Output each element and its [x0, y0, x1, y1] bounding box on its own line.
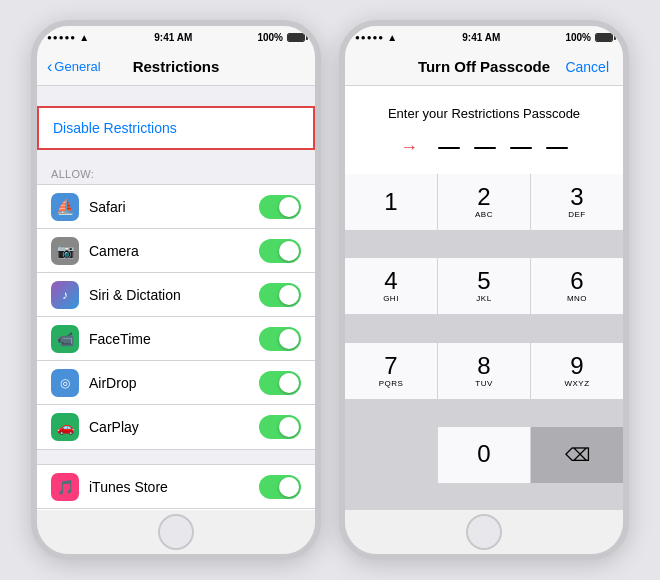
- digit-9: 9: [570, 354, 583, 378]
- itunes-label: iTunes Store: [89, 479, 259, 495]
- status-bar-2: ●●●●● ▲ 9:41 AM 100%: [345, 26, 623, 48]
- passcode-dots-row: →: [345, 133, 623, 174]
- home-button-1[interactable]: [158, 514, 194, 550]
- list-item-itunes[interactable]: 🎵 iTunes Store: [37, 465, 315, 509]
- list-item-safari[interactable]: ⛵ Safari: [37, 185, 315, 229]
- passcode-nav: Turn Off Passcode Cancel: [345, 48, 623, 86]
- airdrop-icon-glyph: ◎: [60, 376, 70, 390]
- content-area-1: Disable Restrictions ALLOW: ⛵ Safari 📷 C…: [37, 86, 315, 510]
- wifi-icon-2: ▲: [387, 32, 397, 43]
- numkey-0[interactable]: 0: [438, 427, 530, 483]
- top-gap: [37, 86, 315, 106]
- airdrop-toggle[interactable]: [259, 371, 301, 395]
- nav-bar-1: ‹ General Restrictions: [37, 48, 315, 86]
- signal-dots-2: ●●●●●: [355, 33, 384, 42]
- list-item-camera[interactable]: 📷 Camera: [37, 229, 315, 273]
- time-display-2: 9:41 AM: [462, 32, 500, 43]
- arrow-icon: →: [400, 137, 418, 158]
- battery-pct-1: 100%: [257, 32, 283, 43]
- numkey-empty: [345, 427, 437, 483]
- camera-label: Camera: [89, 243, 259, 259]
- airdrop-icon: ◎: [51, 369, 79, 397]
- numkey-5[interactable]: 5 JKL: [438, 258, 530, 314]
- facetime-icon: 📹: [51, 325, 79, 353]
- wifi-icon: ▲: [79, 32, 89, 43]
- battery-pct-2: 100%: [565, 32, 591, 43]
- letters-3: DEF: [568, 210, 586, 219]
- itunes-icon: 🎵: [51, 473, 79, 501]
- carplay-toggle[interactable]: [259, 415, 301, 439]
- list-item-facetime[interactable]: 📹 FaceTime: [37, 317, 315, 361]
- phone-restrictions: ●●●●● ▲ 9:41 AM 100% ‹ General Restricti…: [31, 20, 321, 560]
- camera-icon-glyph: 📷: [57, 243, 74, 259]
- digit-4: 4: [384, 269, 397, 293]
- itunes-icon-glyph: 🎵: [57, 479, 74, 495]
- letters-2: ABC: [475, 210, 493, 219]
- home-area-2: [345, 510, 623, 554]
- digit-1: 1: [384, 190, 397, 214]
- allow-list-2: 🎵 iTunes Store ♩ Apple Music Connect: [37, 464, 315, 510]
- list-item-airdrop[interactable]: ◎ AirDrop: [37, 361, 315, 405]
- phone-passcode: ●●●●● ▲ 9:41 AM 100% Turn Off Passcode C…: [339, 20, 629, 560]
- siri-icon-glyph: ♪: [62, 288, 68, 302]
- delete-icon: ⌫: [565, 444, 590, 466]
- passcode-dash-4: [546, 147, 568, 149]
- numkey-6[interactable]: 6 MNO: [531, 258, 623, 314]
- siri-label: Siri & Dictation: [89, 287, 259, 303]
- status-bar-1: ●●●●● ▲ 9:41 AM 100%: [37, 26, 315, 48]
- camera-toggle[interactable]: [259, 239, 301, 263]
- battery-fill-1: [288, 34, 304, 41]
- chevron-icon: ‹: [47, 58, 52, 76]
- numkey-9[interactable]: 9 WXYZ: [531, 343, 623, 399]
- numkey-4[interactable]: 4 GHI: [345, 258, 437, 314]
- siri-icon: ♪: [51, 281, 79, 309]
- passcode-dash-2: [474, 147, 496, 149]
- numkey-delete[interactable]: ⌫: [531, 427, 623, 483]
- signal-area-2: ●●●●● ▲: [355, 32, 397, 43]
- disable-restrictions-row[interactable]: Disable Restrictions: [37, 106, 315, 150]
- numkey-3[interactable]: 3 DEF: [531, 174, 623, 230]
- battery-fill-2: [596, 34, 612, 41]
- digit-6: 6: [570, 269, 583, 293]
- passcode-screen: Enter your Restrictions Passcode → 1 2 A…: [345, 86, 623, 510]
- allow-section-label: ALLOW:: [37, 164, 315, 184]
- list-item-carplay[interactable]: 🚗 CarPlay: [37, 405, 315, 449]
- back-label: General: [54, 59, 100, 74]
- numkey-7[interactable]: 7 PQRS: [345, 343, 437, 399]
- letters-7: PQRS: [379, 379, 404, 388]
- facetime-label: FaceTime: [89, 331, 259, 347]
- time-display-1: 9:41 AM: [154, 32, 192, 43]
- siri-toggle[interactable]: [259, 283, 301, 307]
- battery-icon-2: [595, 33, 613, 42]
- itunes-toggle[interactable]: [259, 475, 301, 499]
- signal-area: ●●●●● ▲: [47, 32, 89, 43]
- numkey-2[interactable]: 2 ABC: [438, 174, 530, 230]
- digit-0: 0: [477, 442, 490, 466]
- facetime-toggle[interactable]: [259, 327, 301, 351]
- disable-restrictions-label: Disable Restrictions: [53, 120, 177, 136]
- battery-area-2: 100%: [565, 32, 613, 43]
- passcode-prompt: Enter your Restrictions Passcode: [345, 86, 623, 133]
- letters-6: MNO: [567, 294, 587, 303]
- passcode-dash-1: [438, 147, 460, 149]
- signal-dots: ●●●●●: [47, 33, 76, 42]
- letters-8: TUV: [475, 379, 493, 388]
- back-button-1[interactable]: ‹ General: [47, 58, 101, 76]
- safari-icon-glyph: ⛵: [56, 198, 75, 216]
- numkey-8[interactable]: 8 TUV: [438, 343, 530, 399]
- digit-5: 5: [477, 269, 490, 293]
- numkey-1[interactable]: 1: [345, 174, 437, 230]
- carplay-label: CarPlay: [89, 419, 259, 435]
- battery-icon-1: [287, 33, 305, 42]
- airdrop-label: AirDrop: [89, 375, 259, 391]
- passcode-title: Turn Off Passcode: [418, 58, 550, 75]
- letters-4: GHI: [383, 294, 399, 303]
- cancel-button[interactable]: Cancel: [565, 59, 609, 75]
- safari-label: Safari: [89, 199, 259, 215]
- camera-icon: 📷: [51, 237, 79, 265]
- home-button-2[interactable]: [466, 514, 502, 550]
- list-item-siri[interactable]: ♪ Siri & Dictation: [37, 273, 315, 317]
- letters-5: JKL: [476, 294, 491, 303]
- safari-toggle[interactable]: [259, 195, 301, 219]
- carplay-icon-glyph: 🚗: [57, 419, 74, 435]
